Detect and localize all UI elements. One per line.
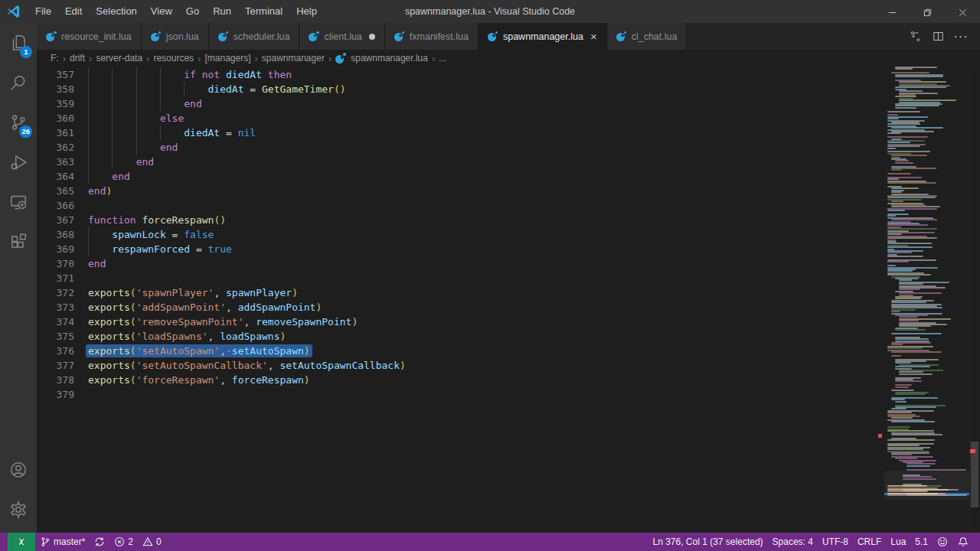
- tab-label: resource_init.lua: [61, 31, 132, 42]
- code-line-369[interactable]: 369 respawnForced = true: [37, 242, 406, 256]
- menu-edit[interactable]: Edit: [58, 0, 89, 23]
- search-icon: [8, 73, 28, 93]
- minimap[interactable]: [884, 67, 969, 499]
- code-line-377[interactable]: 377exports('setAutoSpawnCallback', setAu…: [37, 358, 406, 373]
- menu-selection[interactable]: Selection: [89, 0, 143, 23]
- minimap-line: [887, 430, 934, 432]
- code-line-370[interactable]: 370end: [37, 256, 406, 271]
- statusbar-language-mode[interactable]: Lua: [886, 533, 910, 551]
- lua-file-icon: [46, 31, 57, 42]
- breadcrumb-label: drift: [70, 53, 85, 64]
- vscode-logo-icon: [7, 5, 21, 18]
- code-line-379[interactable]: 379: [37, 387, 406, 402]
- breadcrumb-item[interactable]: resources: [153, 53, 194, 64]
- indent-guide: [112, 67, 113, 82]
- tab-client.lua[interactable]: client.lua: [299, 23, 384, 50]
- statusbar-remote-indicator[interactable]: [8, 533, 35, 551]
- tab-bar: resource_init.luajson.luascheduler.luacl…: [37, 23, 980, 50]
- tab-cl_chat.lua[interactable]: cl_chat.lua: [607, 23, 688, 50]
- menu-go[interactable]: Go: [179, 0, 206, 23]
- breadcrumb-item[interactable]: [managers]: [204, 53, 250, 64]
- code-line-372[interactable]: 372exports('spawnPlayer', spawnPlayer): [37, 285, 406, 300]
- statusbar-feedback[interactable]: [933, 533, 953, 551]
- statusbar-lua-version[interactable]: 5.1: [910, 533, 933, 551]
- code-line-361[interactable]: 361 diedAt = nil: [37, 126, 406, 140]
- breadcrumb-item[interactable]: drift: [70, 53, 85, 64]
- minimap-line: [899, 320, 919, 321]
- tab-resource_init.lua[interactable]: resource_init.lua: [37, 23, 142, 50]
- line-number: 362: [37, 140, 74, 155]
- open-changes-button[interactable]: [903, 23, 926, 50]
- menu-file[interactable]: File: [28, 0, 58, 23]
- activitybar-accounts[interactable]: [0, 450, 37, 490]
- statusbar-encoding[interactable]: UTF-8: [818, 533, 853, 551]
- activitybar-remote-explorer[interactable]: [0, 182, 37, 222]
- tab-fxmanifest.lua[interactable]: fxmanifest.lua: [385, 23, 479, 50]
- code-line-365[interactable]: 365end): [37, 184, 406, 198]
- code-line-378[interactable]: 378exports('forceRespawn', forceRespawn): [37, 373, 406, 387]
- more-actions-button[interactable]: ···: [949, 23, 972, 50]
- code-line-360[interactable]: 360 else: [37, 111, 406, 126]
- minimize-button[interactable]: [874, 0, 910, 23]
- vscode-window: FileEditSelectionViewGoRunTerminalHelp s…: [0, 0, 980, 551]
- minimap-line: [891, 127, 943, 129]
- menu-terminal[interactable]: Terminal: [238, 0, 289, 23]
- code-line-376[interactable]: 376exports('setAutoSpawn',·setAutoSpawn): [37, 344, 406, 358]
- split-editor-button[interactable]: [926, 23, 949, 50]
- code-line-373[interactable]: 373exports('addSpawnPoint', addSpawnPoin…: [37, 300, 406, 315]
- tab-close-icon[interactable]: ×: [590, 31, 597, 42]
- statusbar-notifications[interactable]: [953, 533, 974, 551]
- breadcrumb-separator: ›: [328, 53, 332, 64]
- tab-scheduler.lua[interactable]: scheduler.lua: [209, 23, 300, 50]
- line-number: 357: [37, 67, 74, 82]
- close-button[interactable]: [945, 0, 980, 23]
- activitybar-search[interactable]: [0, 63, 37, 103]
- activitybar-explorer[interactable]: 1: [0, 23, 37, 63]
- tab-json.lua[interactable]: json.lua: [142, 23, 209, 50]
- activitybar-settings[interactable]: [0, 490, 37, 530]
- minimap-line: [895, 401, 906, 403]
- code-line-358[interactable]: 358 diedAt = GetGameTimer(): [37, 82, 406, 96]
- cursor-position-label: Ln 376, Col 1 (37 selected): [652, 536, 763, 547]
- breadcrumb-item[interactable]: server-data: [96, 53, 142, 64]
- activitybar-source-control[interactable]: 26: [0, 103, 37, 142]
- breadcrumb-item[interactable]: ...: [439, 53, 446, 64]
- code-line-366[interactable]: 366: [37, 198, 406, 213]
- activity-bar: 126: [0, 23, 37, 533]
- statusbar-eol[interactable]: CRLF: [853, 533, 886, 551]
- indent-guide: [88, 227, 89, 242]
- code-line-362[interactable]: 362 end: [37, 140, 406, 155]
- code-editor[interactable]: 357 if not diedAt then358 diedAt = GetGa…: [37, 67, 980, 533]
- breadcrumb-separator: ›: [254, 53, 257, 64]
- menu-run[interactable]: Run: [206, 0, 238, 23]
- code-line-375[interactable]: 375exports('loadSpawns', loadSpawns): [37, 329, 406, 344]
- breadcrumb-item[interactable]: spawnmanager.lua: [335, 53, 428, 64]
- minimap-line: [899, 99, 956, 101]
- statusbar-indentation[interactable]: Spaces: 4: [768, 533, 818, 551]
- menu-help[interactable]: Help: [289, 0, 324, 23]
- breadcrumb-label: ...: [439, 53, 446, 64]
- breadcrumb-label: server-data: [96, 53, 142, 64]
- code-line-367[interactable]: 367function forceRespawn(): [37, 213, 406, 227]
- statusbar-git-branch[interactable]: master*: [35, 533, 90, 551]
- code-line-368[interactable]: 368 spawnLock = false: [37, 227, 406, 242]
- statusbar-sync[interactable]: [90, 533, 109, 551]
- code-line-364[interactable]: 364 end: [37, 169, 406, 184]
- activitybar-extensions[interactable]: [0, 222, 37, 262]
- menu-view[interactable]: View: [144, 0, 179, 23]
- code-line-374[interactable]: 374exports('removeSpawnPoint', removeSpa…: [37, 315, 406, 329]
- tab-dirty-icon: [369, 34, 375, 40]
- statusbar-problems[interactable]: 20: [109, 533, 165, 551]
- code-line-363[interactable]: 363 end: [37, 155, 406, 169]
- breadcrumb-item[interactable]: spawnmanager: [262, 53, 325, 64]
- lua-file-icon: [488, 31, 498, 42]
- breadcrumb-item[interactable]: F:: [51, 53, 59, 64]
- tab-spawnmanager.lua[interactable]: spawnmanager.lua×: [479, 23, 607, 50]
- code-line-359[interactable]: 359 end: [37, 96, 406, 111]
- activitybar-run-debug[interactable]: [0, 142, 37, 182]
- code-line-357[interactable]: 357 if not diedAt then: [37, 67, 406, 82]
- restore-button[interactable]: [910, 0, 945, 23]
- code-line-371[interactable]: 371: [37, 271, 406, 285]
- overview-ruler-error-marker: [970, 449, 975, 453]
- statusbar-cursor-position[interactable]: Ln 376, Col 1 (37 selected): [648, 533, 767, 551]
